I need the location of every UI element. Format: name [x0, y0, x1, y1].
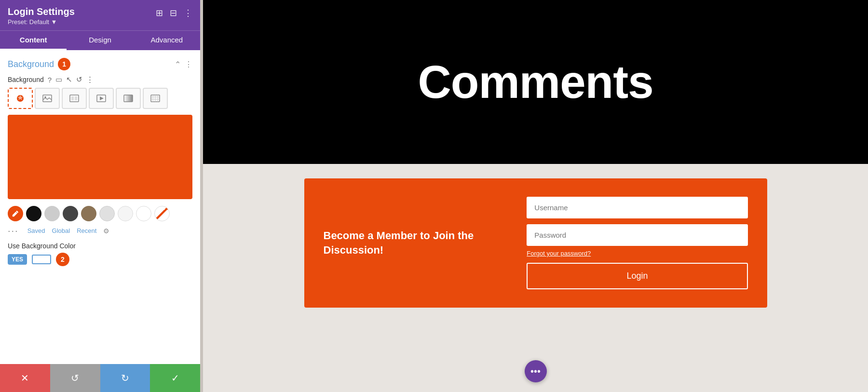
login-section: Become a Member to Join theDiscussion! F… — [203, 164, 868, 392]
left-panel: Login Settings Preset: Default ▼ ⊞ ⊟ ⋮ C… — [0, 0, 200, 392]
use-bg-color-row: Use Background Color — [8, 242, 192, 250]
section-more-icon[interactable]: ⋮ — [185, 60, 192, 69]
save-icon: ✓ — [171, 372, 179, 384]
options-icon[interactable]: ⋮ — [86, 75, 94, 84]
tab-content[interactable]: Content — [0, 31, 67, 50]
swatch-no-color[interactable] — [154, 206, 170, 221]
use-bg-label: Use Background Color — [8, 242, 76, 250]
device-icon[interactable]: ▭ — [55, 75, 62, 84]
bg-type-color[interactable] — [8, 88, 33, 109]
tab-design[interactable]: Design — [67, 31, 133, 50]
toggle-box[interactable] — [32, 255, 51, 264]
color-tab-global[interactable]: Global — [52, 227, 70, 234]
password-input[interactable] — [527, 224, 747, 246]
cancel-icon: ✕ — [21, 372, 29, 384]
bg-type-image2[interactable] — [62, 88, 87, 109]
use-bg-toggle-row: YES 2 — [8, 253, 192, 266]
color-tab-recent[interactable]: Recent — [77, 227, 96, 234]
more-dots[interactable]: ··· — [8, 225, 19, 236]
tab-advanced[interactable]: Advanced — [134, 31, 200, 50]
panel-body: Background 1 ⌃ ⋮ Background ? ▭ ↖ ↺ ⋮ — [0, 50, 200, 364]
panel-title: Login Settings — [8, 6, 75, 17]
panel-tabs: Content Design Advanced — [0, 30, 200, 50]
swatch-brown[interactable] — [81, 206, 96, 221]
svg-rect-8 — [124, 95, 133, 102]
swatch-lightgray[interactable] — [44, 206, 60, 221]
badge-2: 2 — [56, 253, 69, 266]
section-badge: 1 — [58, 58, 70, 70]
color-settings-icon[interactable]: ⚙ — [103, 227, 109, 235]
save-button[interactable]: ✓ — [150, 364, 200, 392]
color-tab-saved[interactable]: Saved — [27, 227, 45, 234]
redo-icon: ↻ — [121, 372, 129, 384]
expand-icon[interactable]: ⊞ — [156, 8, 163, 18]
swatch-silver[interactable] — [99, 206, 115, 221]
bg-type-pattern[interactable] — [143, 88, 168, 109]
collapse-icon[interactable]: ⊟ — [170, 8, 177, 18]
color-swatches-row — [8, 206, 192, 221]
bg-label: Background — [8, 76, 44, 83]
help-icon[interactable]: ? — [48, 76, 52, 84]
bg-type-row — [8, 88, 192, 109]
login-card: Become a Member to Join theDiscussion! F… — [304, 178, 767, 308]
username-input[interactable] — [527, 197, 747, 218]
svg-rect-4 — [71, 96, 74, 100]
svg-rect-5 — [75, 96, 77, 100]
bg-type-video[interactable] — [89, 88, 114, 109]
bg-type-gradient[interactable] — [116, 88, 141, 109]
panel-header: Login Settings Preset: Default ▼ ⊞ ⊟ ⋮ — [0, 0, 200, 30]
forgot-password-link[interactable]: Forgot your password? — [527, 250, 747, 257]
color-tabs-row: ··· Saved Global Recent ⚙ — [8, 225, 192, 236]
color-picker-icon[interactable] — [8, 206, 23, 221]
reset-icon[interactable]: ↺ — [76, 75, 82, 84]
collapse-section-icon[interactable]: ⌃ — [175, 60, 181, 69]
cancel-button[interactable]: ✕ — [0, 364, 50, 392]
undo-button[interactable]: ↺ — [50, 364, 100, 392]
svg-marker-7 — [100, 96, 104, 100]
panel-footer: ✕ ↺ ↻ ✓ — [0, 364, 200, 392]
toggle-yes[interactable]: YES — [8, 254, 27, 265]
login-card-right: Forgot your password? Login — [527, 197, 747, 289]
bg-label-row: Background ? ▭ ↖ ↺ ⋮ — [8, 75, 192, 84]
pointer-icon[interactable]: ↖ — [66, 75, 72, 84]
login-card-left: Become a Member to Join theDiscussion! — [324, 229, 508, 257]
swatch-black[interactable] — [26, 206, 41, 221]
comments-title: Comments — [418, 55, 653, 108]
panel-preset[interactable]: Preset: Default ▼ — [8, 18, 75, 26]
undo-icon: ↺ — [71, 372, 79, 384]
login-button[interactable]: Login — [527, 263, 747, 289]
svg-rect-3 — [70, 95, 79, 102]
panel-header-icons: ⊞ ⊟ ⋮ — [156, 8, 192, 18]
comments-header: Comments — [203, 0, 868, 164]
redo-button[interactable]: ↻ — [100, 364, 150, 392]
section-header: Background 1 ⌃ ⋮ — [8, 58, 192, 70]
swatch-darkgray[interactable] — [63, 206, 78, 221]
floating-dots-button[interactable]: ••• — [525, 360, 547, 382]
swatch-offwhite[interactable] — [118, 206, 133, 221]
color-preview[interactable] — [8, 115, 192, 199]
section-title: Background — [8, 59, 54, 69]
right-content: Comments Become a Member to Join theDisc… — [203, 0, 868, 392]
swatch-white[interactable] — [136, 206, 151, 221]
login-tagline: Become a Member to Join theDiscussion! — [324, 229, 508, 257]
more-options-icon[interactable]: ⋮ — [184, 8, 192, 18]
bg-type-image[interactable] — [35, 88, 60, 109]
